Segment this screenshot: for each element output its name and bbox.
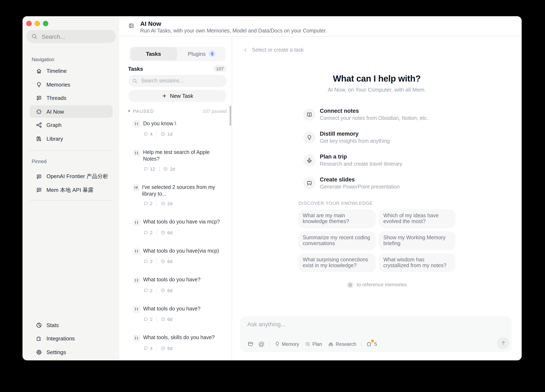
- close-window-button[interactable]: [26, 21, 31, 26]
- memory-icon[interactable]: [274, 341, 280, 347]
- plugin-count: 5: [374, 341, 377, 346]
- page-title: AI Now: [140, 20, 161, 27]
- sidebar-item-timeline[interactable]: Timeline: [29, 65, 112, 77]
- pinned-item[interactable]: Mem 本地 API 暴露: [29, 184, 112, 196]
- pause-icon[interactable]: [133, 305, 140, 313]
- quick-action-plan-a-trip[interactable]: Plan a trip Research and create travel i…: [303, 149, 428, 172]
- sidebar-item-integrations[interactable]: Integrations: [29, 332, 112, 345]
- discover-chip[interactable]: What wisdom has crystallized from my not…: [379, 253, 455, 272]
- new-task-button[interactable]: New Task: [128, 90, 227, 102]
- sidebar-item-settings[interactable]: Settings: [29, 346, 112, 358]
- task-row[interactable]: Help me test search of Apple Notes? 12 2…: [128, 149, 227, 172]
- plan-tool-label[interactable]: Plan: [312, 341, 322, 346]
- collapse-sidebar-icon[interactable]: [128, 23, 134, 29]
- comment-count: 4: [150, 346, 153, 351]
- sidebar-item-threads[interactable]: Threads: [29, 92, 112, 104]
- meta-divider: [159, 166, 160, 172]
- discover-chip[interactable]: Show my Working Memory briefing: [379, 231, 455, 250]
- scrollbar-thumb[interactable]: [229, 105, 231, 126]
- book-open-icon: [303, 109, 316, 121]
- app-window: Navigation Timeline Memories Threads: [23, 16, 522, 360]
- sidebar-search[interactable]: [26, 30, 116, 43]
- paused-group-header: PAUSED 107 paused: [128, 109, 227, 113]
- task-row[interactable]: What tools, skills do you have? 4 6d: [128, 334, 227, 351]
- composer-placeholder[interactable]: Ask anything...: [247, 321, 286, 327]
- meta-divider: [157, 229, 157, 235]
- discover-chip[interactable]: Summarize my recent coding conversations: [298, 231, 376, 250]
- clock-icon: [161, 346, 165, 351]
- send-button[interactable]: [497, 337, 509, 349]
- sidebar-search-input[interactable]: [41, 33, 105, 40]
- tasks-list-header: Tasks 107: [128, 65, 227, 72]
- pause-icon[interactable]: [133, 149, 140, 157]
- sidebar-item-stats[interactable]: Stats: [29, 319, 112, 331]
- research-tool-label[interactable]: Research: [336, 341, 356, 346]
- discover-section-label: DISCOVER YOUR KNOWLEDGE: [298, 201, 373, 205]
- breadcrumb-label: Select or create a task: [252, 47, 304, 53]
- discover-chip[interactable]: Which of my ideas have evolved the most?: [379, 209, 455, 228]
- plugins-tool[interactable]: [366, 341, 372, 347]
- comment-count: 12: [150, 166, 155, 171]
- zoom-window-button[interactable]: [43, 21, 48, 26]
- sidebar: Navigation Timeline Memories Threads: [23, 16, 119, 360]
- sessions-search-input[interactable]: [140, 78, 209, 84]
- comment-icon: [143, 201, 148, 206]
- at-badge: @: [347, 281, 354, 288]
- task-row[interactable]: What tools do you have(via mcp) 2 6d: [128, 247, 227, 265]
- sidebar-item-label: Graph: [46, 122, 62, 128]
- task-row[interactable]: What tools do you have? 2 6d: [128, 276, 227, 293]
- sessions-search[interactable]: [128, 75, 227, 87]
- research-icon[interactable]: [328, 341, 334, 347]
- tab-tasks[interactable]: Tasks: [129, 47, 178, 61]
- mention-icon[interactable]: @: [258, 341, 264, 347]
- comment-icon: [143, 346, 148, 351]
- quick-action-subtitle: Research and create travel itinerary: [320, 161, 402, 168]
- task-age: 2d: [167, 201, 173, 206]
- pause-icon[interactable]: [133, 247, 140, 255]
- pinned-item[interactable]: OpenAI Frontier 产品分析: [29, 170, 112, 183]
- meta-divider: [157, 287, 157, 293]
- discover-chip[interactable]: What surprising connections exist in my …: [298, 253, 376, 272]
- sidebar-item-label: Threads: [46, 95, 66, 101]
- hero-subtitle: AI Now, on Your Computer, with all Mem.: [232, 86, 522, 93]
- task-row[interactable]: What tools do you have? 2 6d: [128, 305, 227, 322]
- task-title: What tools, skills do you have?: [143, 334, 215, 341]
- memory-tool-label[interactable]: Memory: [282, 341, 299, 346]
- pause-icon[interactable]: [133, 184, 139, 191]
- task-row[interactable]: I've selected 2 sources from my library …: [128, 184, 227, 207]
- sidebar-item-graph[interactable]: Graph: [29, 119, 112, 131]
- sidebar-item-library[interactable]: Library: [29, 132, 112, 145]
- clock-icon: [161, 132, 165, 137]
- comment-icon: [143, 166, 148, 171]
- pause-icon[interactable]: [133, 120, 140, 127]
- clock-icon: [161, 317, 165, 322]
- pause-icon[interactable]: [133, 277, 140, 284]
- task-age: 6d: [167, 346, 173, 351]
- composer[interactable]: Ask anything... @ Memory Plan: [240, 316, 512, 352]
- sidebar-item-ai-now[interactable]: AI Now: [29, 105, 112, 118]
- minimize-window-button[interactable]: [34, 21, 40, 26]
- desktop: Navigation Timeline Memories Threads: [0, 0, 545, 392]
- comment-icon: [143, 230, 148, 235]
- comment-count: 4: [150, 132, 153, 137]
- plan-icon[interactable]: [305, 341, 311, 347]
- spinner-icon: [36, 109, 42, 115]
- pinned-list: OpenAI Frontier 产品分析 Mem 本地 API 暴露: [29, 170, 112, 197]
- sidebar-item-memories[interactable]: Memories: [29, 78, 112, 91]
- tab-plugins[interactable]: Plugins 5: [178, 47, 226, 61]
- quick-action-distill-memory[interactable]: Distill memory Get key insights from any…: [303, 126, 428, 149]
- pause-icon[interactable]: [133, 219, 140, 226]
- pause-icon[interactable]: [133, 334, 140, 342]
- task-row[interactable]: Do you know \ 4 1d: [128, 120, 227, 137]
- chat-icon: [36, 95, 42, 101]
- folder-icon[interactable]: [247, 341, 254, 347]
- chevron-left-icon[interactable]: [243, 47, 248, 52]
- quick-action-connect-notes[interactable]: Connect notes Connect your notes from Ob…: [303, 103, 428, 126]
- quick-action-create-slides[interactable]: Create slides Generate PowerPoint presen…: [303, 172, 428, 194]
- meta-divider: [157, 258, 157, 265]
- breadcrumb[interactable]: Select or create a task: [243, 47, 304, 53]
- discover-chip[interactable]: What are my main knowledge themes?: [298, 209, 376, 228]
- search-icon: [31, 33, 37, 40]
- graph-icon: [36, 122, 42, 128]
- task-row[interactable]: What tools do you have via mcp? 2 6d: [128, 218, 227, 235]
